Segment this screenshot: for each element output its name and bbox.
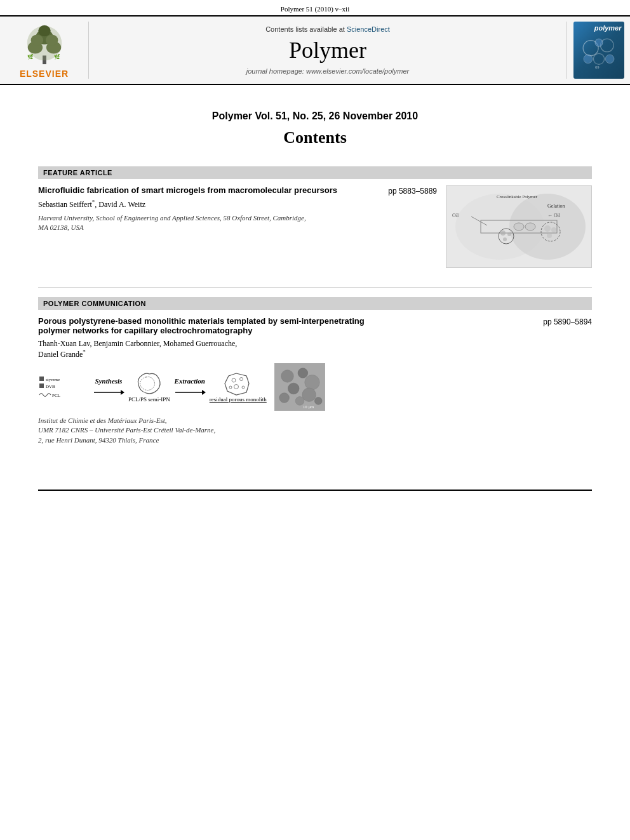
svg-point-32: [547, 233, 552, 238]
elsevier-logo: 🌿 🌿 ELSEVIER: [6, 22, 89, 79]
science-direct-line: Contents lists available at ScienceDirec…: [265, 25, 390, 33]
feature-article-pages: pp 5883–5889: [388, 185, 437, 196]
svg-point-55: [279, 393, 290, 403]
svg-point-31: [551, 227, 556, 232]
journal-center-info: Contents lists available at ScienceDirec…: [89, 22, 566, 79]
svg-point-26: [500, 230, 506, 236]
comm-article-pages: pp 5890–5894: [543, 316, 592, 326]
polymer-cover-art: 69: [577, 32, 621, 70]
feature-article-affiliation: Harvard University, School of Engineerin…: [38, 213, 375, 233]
polymer-communication-section-header: POLYMER COMMUNICATION: [38, 297, 592, 310]
journal-title: Polymer: [289, 37, 366, 63]
article-row-communication: Porous polystyrene-based monolithic mate…: [38, 316, 592, 445]
comm-article-affiliation: Institut de Chimie et des Matériaux Pari…: [38, 416, 530, 445]
pcl-ps-step: PCL/PS semi-IPN: [128, 371, 170, 403]
svg-text:🌿: 🌿: [53, 53, 60, 60]
svg-text:10 μm: 10 μm: [303, 404, 314, 409]
elsevier-tree-icon: 🌿 🌿: [19, 22, 70, 66]
polymer-cover-label: polymer: [594, 24, 622, 32]
residual-monolith-shape-icon: [222, 371, 254, 396]
svg-point-15: [595, 39, 603, 46]
svg-point-13: [584, 55, 593, 63]
svg-point-7: [38, 25, 50, 37]
article-left-communication: Porous polystyrene-based monolithic mate…: [38, 316, 543, 445]
page-header-citation: Polymer 51 (2010) v–xii: [0, 0, 630, 15]
svg-point-50: [281, 370, 294, 383]
svg-text:Crosslinkable Polymer: Crosslinkable Polymer: [497, 194, 538, 199]
article-block-feature: Microfluidic fabrication of smart microg…: [38, 185, 592, 274]
journal-url: journal homepage: www.elsevier.com/locat…: [246, 67, 409, 75]
svg-point-34: [525, 223, 535, 230]
svg-point-6: [45, 34, 57, 46]
reagents-list: styreme DVB PCL: [38, 374, 89, 401]
residual-monolith-step: residual porous monolith: [210, 371, 267, 403]
article-block-communication: Porous polystyrene-based monolithic mate…: [38, 316, 592, 451]
svg-point-28: [503, 237, 507, 241]
svg-text:Oil: Oil: [452, 213, 459, 218]
sem-image-icon: 10 μm: [275, 363, 325, 411]
svg-marker-43: [202, 390, 206, 395]
extraction-label: Extraction: [175, 377, 205, 385]
synthesis-arrow-icon: [93, 387, 124, 397]
svg-point-5: [30, 34, 43, 46]
svg-point-30: [544, 225, 551, 232]
polymer-cover-box: polymer 69: [573, 22, 624, 79]
svg-point-12: [593, 53, 604, 64]
main-content: Polymer Vol. 51, No. 25, 26 November 201…: [0, 85, 630, 477]
svg-text:69: 69: [595, 65, 600, 69]
pcl-ps-shape-icon: [133, 371, 165, 396]
microscope-image: 10 μm: [274, 363, 325, 411]
science-direct-link[interactable]: ScienceDirect: [347, 25, 390, 33]
svg-point-46: [234, 385, 238, 389]
synthesis-diagram-row: styreme DVB PCL Synthesis: [38, 363, 530, 411]
article-row-feature: Microfluidic fabrication of smart microg…: [38, 185, 592, 268]
residual-label: residual porous monolith: [210, 396, 267, 403]
svg-point-52: [305, 375, 319, 389]
feature-article-authors: Sebastian Seiffert*, David A. Weitz: [38, 199, 375, 210]
feature-article-section-header: FEATURE ARTICLE: [38, 166, 592, 179]
extraction-arrow-icon: [174, 387, 206, 397]
svg-point-51: [298, 368, 308, 378]
feature-article-image: Oil ← Oil Crosslinkable Polymer Gelation: [446, 185, 592, 268]
feature-article-title: Microfluidic fabrication of smart microg…: [38, 185, 375, 195]
synthesis-label: Synthesis: [95, 377, 123, 385]
footer-divider: [38, 490, 592, 491]
svg-text:Gelation: Gelation: [547, 203, 565, 209]
svg-point-44: [232, 378, 236, 382]
svg-rect-36: [39, 383, 44, 388]
svg-point-14: [605, 55, 614, 63]
polymer-logo: polymer 69: [566, 22, 624, 79]
section-divider-1: [38, 287, 592, 288]
pcl-ps-label: PCL/PS semi-IPN: [128, 396, 170, 403]
svg-rect-35: [39, 377, 44, 381]
svg-point-27: [507, 232, 511, 236]
svg-point-53: [288, 383, 299, 394]
svg-point-54: [302, 388, 316, 401]
article-left-feature: Microfluidic fabrication of smart microg…: [38, 185, 388, 233]
synthesis-step: Synthesis: [93, 377, 124, 397]
journal-header: 🌿 🌿 ELSEVIER Contents lists available at…: [0, 15, 630, 85]
svg-text:PCL: PCL: [52, 393, 60, 398]
synthesis-arrow: [93, 387, 124, 397]
svg-text:DVB: DVB: [46, 384, 55, 389]
comm-article-authors: Thanh-Xuan Lav, Benjamin Carbonnier, Moh…: [38, 339, 530, 359]
svg-text:styreme: styreme: [46, 377, 60, 382]
svg-text:🌿: 🌿: [27, 53, 33, 60]
svg-point-48: [229, 386, 232, 389]
svg-point-47: [242, 386, 245, 389]
svg-marker-41: [121, 390, 124, 395]
svg-point-33: [514, 223, 524, 230]
elsevier-brand-label: ELSEVIER: [20, 69, 69, 79]
svg-point-57: [314, 397, 322, 405]
volume-title: Polymer Vol. 51, No. 25, 26 November 201…: [38, 110, 592, 122]
reagent-dots-icon: styreme DVB PCL: [38, 374, 76, 399]
extraction-step: Extraction: [174, 377, 206, 397]
comm-article-title: Porous polystyrene-based monolithic mate…: [38, 316, 530, 335]
svg-text:← Oil: ← Oil: [547, 213, 561, 218]
microfluidic-diagram: Oil ← Oil Crosslinkable Polymer Gelation: [449, 189, 589, 265]
contents-heading: Contents: [38, 128, 592, 147]
svg-point-45: [239, 378, 243, 381]
extraction-arrow: [174, 387, 206, 397]
